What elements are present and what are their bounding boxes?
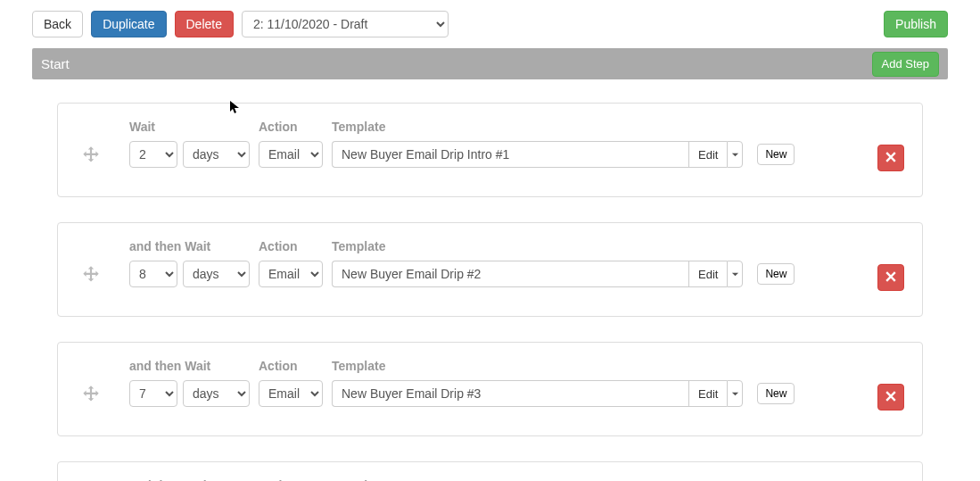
wait-unit-select[interactable]: days bbox=[183, 261, 250, 287]
remove-step-button[interactable] bbox=[877, 384, 904, 411]
wait-column: Wait 2 days bbox=[129, 120, 250, 168]
delete-button[interactable]: Delete bbox=[175, 11, 234, 37]
template-label: Template bbox=[332, 359, 795, 373]
step-card: Wait 2 days Action Email Template Edit bbox=[57, 103, 923, 197]
action-select[interactable]: Email bbox=[259, 380, 323, 407]
new-button[interactable]: New bbox=[757, 383, 795, 404]
template-column: Template Edit New bbox=[332, 239, 795, 287]
new-button[interactable]: New bbox=[757, 263, 795, 285]
wait-number-select[interactable]: 8 bbox=[129, 261, 177, 287]
remove-cell bbox=[869, 120, 904, 171]
wait-row: 8 days bbox=[129, 261, 250, 287]
action-select[interactable]: Email bbox=[259, 261, 323, 287]
wait-label: and then Wait bbox=[129, 359, 250, 373]
edit-dropdown-toggle[interactable] bbox=[727, 261, 743, 287]
template-row: Edit New bbox=[332, 380, 795, 407]
drag-handle[interactable] bbox=[76, 239, 106, 290]
action-label: Action bbox=[259, 120, 323, 134]
action-column: Action Email bbox=[259, 239, 323, 287]
chevron-down-icon bbox=[731, 386, 739, 401]
template-row: Edit New bbox=[332, 141, 795, 168]
template-column: Template Edit New bbox=[332, 359, 795, 407]
template-label: Template bbox=[332, 239, 795, 253]
action-select[interactable]: Email bbox=[259, 141, 323, 168]
new-button[interactable]: New bbox=[757, 144, 795, 165]
move-icon bbox=[79, 264, 103, 290]
wait-number-select[interactable]: 7 bbox=[129, 380, 177, 407]
remove-cell bbox=[869, 359, 904, 411]
top-toolbar: Back Duplicate Delete 2: 11/10/2020 - Dr… bbox=[0, 0, 980, 48]
remove-step-button[interactable] bbox=[877, 264, 904, 291]
action-column: Action Email bbox=[259, 359, 323, 407]
template-input[interactable] bbox=[332, 141, 688, 168]
wait-label: and then Wait bbox=[129, 239, 250, 253]
steps-area: Wait 2 days Action Email Template Edit bbox=[0, 103, 980, 481]
back-button[interactable]: Back bbox=[32, 11, 83, 37]
action-label: Action bbox=[259, 359, 323, 373]
step-card: and then Wait 8 days Action Email Templa… bbox=[57, 222, 923, 317]
move-icon bbox=[79, 145, 103, 170]
step-columns: and then Wait 7 days Action Email Templa… bbox=[129, 359, 845, 407]
duplicate-button[interactable]: Duplicate bbox=[91, 11, 166, 37]
step-columns: and then Wait 8 days Action Email Templa… bbox=[129, 239, 845, 287]
edit-dropdown-toggle[interactable] bbox=[727, 141, 743, 168]
draft-select[interactable]: 2: 11/10/2020 - Draft bbox=[242, 11, 449, 37]
edit-button[interactable]: Edit bbox=[688, 141, 727, 168]
remove-step-button[interactable] bbox=[877, 145, 904, 171]
chevron-down-icon bbox=[731, 147, 739, 162]
step-card: and then Wait 18 days Action Email Templ… bbox=[57, 461, 923, 481]
edit-button[interactable]: Edit bbox=[688, 380, 727, 407]
template-label: Template bbox=[332, 120, 795, 134]
action-column: Action Email bbox=[259, 120, 323, 168]
close-icon bbox=[885, 151, 896, 165]
close-icon bbox=[885, 270, 896, 285]
template-input[interactable] bbox=[332, 261, 688, 287]
chevron-down-icon bbox=[731, 267, 739, 281]
step-columns: Wait 2 days Action Email Template Edit bbox=[129, 120, 845, 168]
wait-column: and then Wait 7 days bbox=[129, 359, 250, 407]
drag-handle[interactable] bbox=[76, 359, 106, 410]
edit-button[interactable]: Edit bbox=[688, 261, 727, 287]
edit-dropdown-toggle[interactable] bbox=[727, 380, 743, 407]
remove-cell bbox=[869, 239, 904, 291]
wait-unit-select[interactable]: days bbox=[183, 141, 250, 168]
close-icon bbox=[885, 390, 896, 404]
drag-handle[interactable] bbox=[76, 120, 106, 170]
template-column: Template Edit New bbox=[332, 120, 795, 168]
wait-column: and then Wait 8 days bbox=[129, 239, 250, 287]
add-step-button[interactable]: Add Step bbox=[872, 52, 940, 77]
template-input[interactable] bbox=[332, 380, 688, 407]
wait-label: Wait bbox=[129, 120, 250, 134]
wait-unit-select[interactable]: days bbox=[183, 380, 250, 407]
move-icon bbox=[79, 384, 103, 410]
step-card: and then Wait 7 days Action Email Templa… bbox=[57, 342, 923, 436]
template-row: Edit New bbox=[332, 261, 795, 287]
wait-number-select[interactable]: 2 bbox=[129, 141, 177, 168]
action-label: Action bbox=[259, 239, 323, 253]
publish-button[interactable]: Publish bbox=[884, 11, 948, 37]
wait-row: 2 days bbox=[129, 141, 250, 168]
start-label: Start bbox=[41, 56, 70, 71]
wait-row: 7 days bbox=[129, 380, 250, 407]
start-bar: Start Add Step bbox=[32, 48, 948, 79]
